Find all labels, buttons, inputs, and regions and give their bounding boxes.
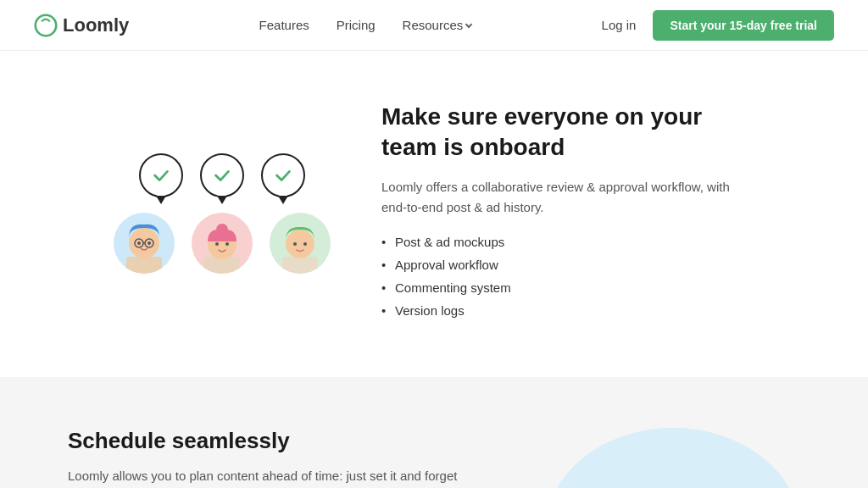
onboard-description: Loomly offers a collaborative review & a… bbox=[381, 177, 754, 218]
svg-point-12 bbox=[225, 242, 229, 246]
nav-resources[interactable]: Resources bbox=[403, 18, 472, 32]
trial-button[interactable]: Start your 15-day free trial bbox=[653, 10, 834, 41]
login-button[interactable]: Log in bbox=[602, 18, 637, 32]
onboard-section: Make sure everyone on your team is onboa… bbox=[0, 51, 868, 377]
nav-links: Features Pricing Resources bbox=[259, 18, 472, 32]
nav-features[interactable]: Features bbox=[259, 18, 309, 32]
svg-point-16 bbox=[303, 242, 307, 246]
schedule-text: Schedule seamlessly Loomly allows you to… bbox=[68, 428, 458, 488]
avatar-3 bbox=[270, 213, 331, 274]
avatar-2 bbox=[192, 213, 253, 274]
schedule-description: Loomly allows you to plan content ahead … bbox=[68, 466, 458, 488]
schedule-section: Schedule seamlessly Loomly allows you to… bbox=[0, 377, 868, 488]
schedule-heading: Schedule seamlessly bbox=[68, 428, 458, 454]
svg-point-14 bbox=[286, 230, 314, 258]
speech-bubble-1 bbox=[139, 153, 183, 197]
schedule-bg-circle bbox=[546, 428, 800, 488]
speech-bubble-2 bbox=[200, 153, 244, 197]
feature-item: Commenting system bbox=[381, 280, 754, 295]
svg-point-11 bbox=[215, 242, 219, 246]
feature-item: Post & ad mockups bbox=[381, 235, 754, 249]
feature-item: Version logs bbox=[381, 303, 754, 318]
nav-pricing[interactable]: Pricing bbox=[337, 18, 376, 32]
schedule-illustration: Noemie from Loomly Hello, My name is Noe… bbox=[492, 428, 800, 488]
avatars-row bbox=[114, 213, 331, 274]
avatar-1 bbox=[114, 213, 175, 274]
feature-item: Approval workflow bbox=[381, 258, 754, 272]
chevron-down-icon bbox=[465, 20, 472, 27]
nav-right: Log in Start your 15-day free trial bbox=[602, 10, 834, 41]
onboard-illustration bbox=[114, 153, 331, 274]
svg-rect-1 bbox=[126, 257, 162, 274]
onboard-heading: Make sure everyone on your team is onboa… bbox=[381, 102, 754, 164]
checkmark-icon-3 bbox=[272, 164, 294, 186]
svg-point-6 bbox=[137, 241, 141, 245]
onboard-feature-list: Post & ad mockups Approval workflow Comm… bbox=[381, 235, 754, 318]
navbar: Loomly Features Pricing Resources Log in… bbox=[0, 0, 868, 51]
checkmark-icon-1 bbox=[150, 164, 172, 186]
schedule-person-illustration bbox=[571, 462, 775, 488]
svg-rect-13 bbox=[282, 257, 318, 274]
checkmark-icon-2 bbox=[211, 164, 233, 186]
logo-text: Loomly bbox=[63, 14, 129, 36]
svg-point-15 bbox=[293, 242, 297, 246]
checkmark-bubbles-row bbox=[139, 153, 305, 197]
logo[interactable]: Loomly bbox=[34, 14, 129, 37]
speech-bubble-3 bbox=[261, 153, 305, 197]
svg-point-7 bbox=[147, 241, 151, 245]
onboard-text: Make sure everyone on your team is onboa… bbox=[381, 102, 754, 326]
